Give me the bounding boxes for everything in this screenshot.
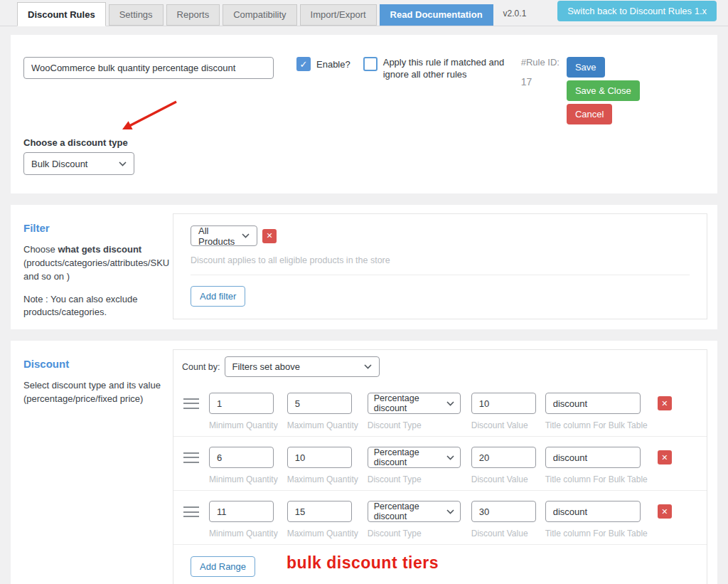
tier-discount-type-select[interactable]: Percentage discount (368, 501, 461, 522)
enable-checkbox-group: ✓ Enable? (296, 57, 350, 71)
drag-handle-icon[interactable] (183, 398, 199, 409)
rule-header-card: ✓ Enable? Apply this rule if matched and… (11, 35, 717, 193)
apply-rule-checkbox[interactable] (363, 57, 378, 71)
add-filter-button[interactable]: Add filter (191, 286, 245, 307)
tier-discount-type-select[interactable]: Percentage discount (368, 393, 461, 414)
max-quantity-label: Maximum Quantity (287, 474, 358, 484)
discount-tier-row-3: Minimum Quantity Maximum Quantity Percen… (173, 491, 707, 545)
count-by-value: Filters set above (232, 361, 300, 372)
max-quantity-label: Maximum Quantity (287, 420, 358, 430)
max-quantity-field: Maximum Quantity (287, 393, 358, 430)
read-documentation-button[interactable]: Read Documentation (380, 4, 493, 26)
enable-checkbox[interactable]: ✓ (296, 57, 311, 71)
filter-note: Note : You can also exclude products/cat… (23, 293, 162, 320)
filter-desc-bold: what gets discount (58, 244, 141, 255)
discount-type-field: Percentage discount Discount Type (368, 447, 461, 484)
filter-panel: All Products ✕ Discount applies to all e… (173, 213, 707, 319)
filter-description: Choose what gets discount (products/cate… (23, 243, 162, 284)
discount-value-field: Discount Value (471, 393, 536, 430)
discount-type-label: Choose a discount type (23, 137, 705, 148)
chevron-down-icon (446, 509, 454, 514)
filter-desc-suffix: (products/categories/attributes/SKU and … (23, 258, 169, 282)
tab-discount-rules[interactable]: Discount Rules (17, 2, 106, 26)
tab-compatibility[interactable]: Compatibility (223, 4, 296, 26)
tier-discount-type-value: Percentage discount (374, 447, 442, 467)
rule-id-value: 17 (521, 76, 560, 88)
min-quantity-input[interactable] (209, 447, 274, 468)
remove-tier-button[interactable]: ✕ (658, 450, 672, 464)
min-quantity-label: Minimum Quantity (209, 474, 278, 484)
discount-heading: Discount (23, 358, 162, 370)
action-buttons: Save Save & Close Cancel (567, 57, 666, 124)
discount-value-label: Discount Value (471, 420, 536, 430)
rule-settings-row: ✓ Enable? Apply this rule if matched and… (23, 57, 705, 124)
annotation-text: bulk discount tiers (287, 553, 439, 573)
add-range-button[interactable]: Add Range (191, 556, 255, 577)
save-and-close-button[interactable]: Save & Close (567, 80, 640, 101)
tier-title-input[interactable] (545, 447, 641, 468)
discount-value-label: Discount Value (471, 474, 536, 484)
discount-type-select[interactable]: Bulk Discount (23, 152, 134, 175)
tier-discount-type-select[interactable]: Percentage discount (368, 447, 461, 468)
filter-heading: Filter (23, 222, 162, 234)
rule-name-input[interactable] (23, 57, 274, 79)
tier-title-input[interactable] (545, 393, 641, 414)
max-quantity-input[interactable] (287, 447, 352, 468)
remove-tier-button[interactable]: ✕ (658, 504, 672, 519)
filter-type-select[interactable]: All Products (191, 225, 257, 246)
discount-value-field: Discount Value (471, 447, 536, 484)
filter-panel-inner: All Products ✕ Discount applies to all e… (173, 214, 707, 275)
filter-type-value: All Products (198, 225, 237, 247)
min-quantity-label: Minimum Quantity (209, 420, 278, 430)
tier-title-field: Title column For Bulk Table (545, 501, 648, 538)
apply-rule-checkbox-group: Apply this rule if matched and ignore al… (363, 57, 513, 81)
max-quantity-input[interactable] (287, 501, 352, 522)
drag-handle-icon[interactable] (183, 506, 199, 517)
chevron-down-icon (119, 161, 127, 166)
discount-value-input[interactable] (471, 501, 536, 522)
discount-value-label: Discount Value (471, 529, 536, 538)
count-by-label: Count by: (182, 362, 220, 372)
discount-type-value: Bulk Discount (31, 159, 87, 169)
discount-value-input[interactable] (471, 447, 536, 468)
discount-value-field: Discount Value (471, 501, 536, 538)
min-quantity-input[interactable] (209, 501, 274, 522)
tier-title-field: Title column For Bulk Table (545, 447, 648, 484)
filter-type-row: All Products ✕ (191, 225, 690, 246)
max-quantity-label: Maximum Quantity (287, 529, 358, 538)
tab-import-export[interactable]: Import/Export (300, 4, 377, 26)
filter-section: Filter Choose what gets discount (produc… (11, 205, 717, 329)
min-quantity-input[interactable] (209, 393, 274, 414)
tab-reports[interactable]: Reports (166, 4, 220, 26)
min-quantity-label: Minimum Quantity (209, 529, 278, 538)
switch-back-button[interactable]: Switch back to Discount Rules 1.x (557, 1, 717, 21)
filter-section-left: Filter Choose what gets discount (produc… (23, 213, 173, 319)
discount-type-field: Percentage discount Discount Type (368, 393, 461, 430)
tier-title-input[interactable] (545, 501, 641, 522)
rule-id-block: #Rule ID: 17 (521, 57, 560, 87)
tier-title-label: Title column For Bulk Table (545, 529, 648, 538)
save-button[interactable]: Save (567, 57, 605, 78)
discount-type-col-label: Discount Type (368, 474, 461, 484)
discount-section-left: Discount Select discount type and its va… (23, 349, 173, 584)
add-filter-row: Add filter (173, 275, 707, 318)
version-label: v2.0.1 (503, 9, 527, 18)
tab-settings[interactable]: Settings (109, 4, 164, 26)
page: { "header": { "tabs": [ { "label": "Disc… (0, 0, 728, 584)
chevron-down-icon (446, 455, 454, 460)
tier-title-label: Title column For Bulk Table (545, 420, 648, 430)
count-by-select[interactable]: Filters set above (225, 356, 380, 377)
min-quantity-field: Minimum Quantity (209, 393, 278, 430)
remove-filter-button[interactable]: ✕ (262, 229, 277, 243)
remove-tier-button[interactable]: ✕ (658, 396, 672, 410)
tier-discount-type-value: Percentage discount (374, 393, 442, 413)
filter-help-text: Discount applies to all eligible product… (191, 255, 690, 265)
chevron-down-icon (364, 364, 372, 369)
discount-value-input[interactable] (471, 393, 536, 414)
drag-handle-icon[interactable] (183, 452, 199, 463)
add-range-row: Add Range bulk discount tiers (173, 545, 707, 577)
chevron-down-icon (242, 233, 250, 238)
cancel-button[interactable]: Cancel (567, 104, 612, 124)
max-quantity-input[interactable] (287, 393, 352, 414)
coupon-checkbox-row: Show discount in cart as coupon instead … (173, 577, 707, 584)
